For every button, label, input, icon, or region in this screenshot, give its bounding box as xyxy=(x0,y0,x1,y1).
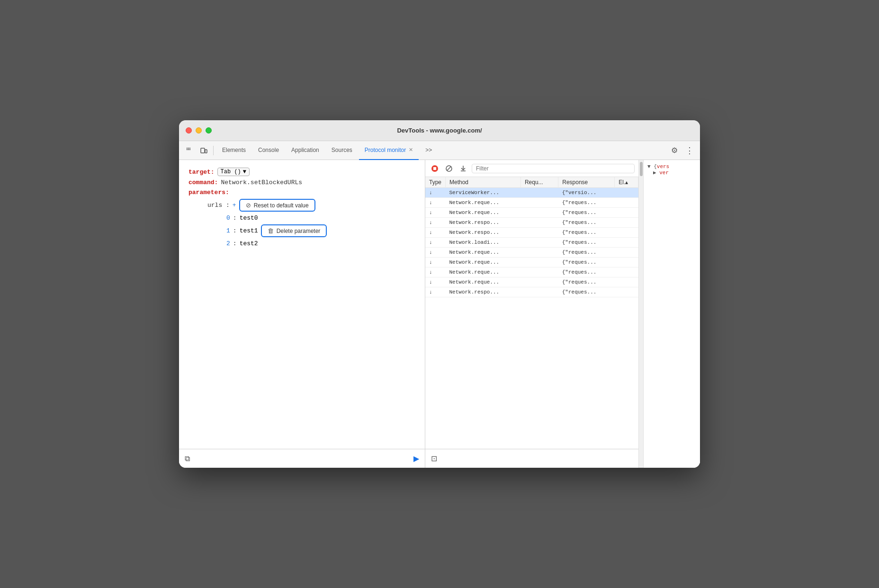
table-row[interactable]: ↓ Network.reque... {"reques... xyxy=(425,198,638,208)
table-row[interactable]: ↓ ServiceWorker... {"versio... xyxy=(425,188,638,198)
cell-type: ↓ xyxy=(425,218,446,228)
cell-el xyxy=(615,198,638,208)
cell-el xyxy=(615,277,638,287)
cell-type: ↓ xyxy=(425,277,446,287)
urls-key: urls : xyxy=(207,202,230,209)
svg-rect-3 xyxy=(188,149,189,150)
copy-panels-icon[interactable]: ⧉ xyxy=(185,454,190,463)
table-row[interactable]: ↓ Network.reque... {"reques... xyxy=(425,267,638,277)
cell-method: ServiceWorker... xyxy=(446,188,521,198)
select-cursor-icon[interactable] xyxy=(183,144,196,157)
cell-method: Network.loadi... xyxy=(446,238,521,248)
settings-icon[interactable]: ⚙ xyxy=(668,144,681,157)
cell-el xyxy=(615,188,638,198)
svg-rect-2 xyxy=(187,149,188,150)
cell-method: Network.reque... xyxy=(446,258,521,267)
sidebar-tree: ▼ {vers ▶ ver xyxy=(647,164,696,176)
reset-icon: ⊘ xyxy=(246,202,251,209)
close-button[interactable] xyxy=(186,127,192,134)
table-row[interactable]: ↓ Network.reque... {"reques... xyxy=(425,248,638,258)
cell-request xyxy=(520,228,558,238)
tab-protocol-monitor[interactable]: Protocol monitor ✕ xyxy=(359,141,419,160)
command-key: command: xyxy=(188,179,218,186)
command-line: command: Network.setBlockedURLs xyxy=(188,179,415,186)
table-body: ↓ ServiceWorker... {"versio... ↓ Network… xyxy=(425,188,638,297)
target-dropdown[interactable]: Tab () ▼ xyxy=(217,168,250,176)
target-line: target: Tab () ▼ xyxy=(188,168,415,176)
svg-rect-1 xyxy=(188,148,189,149)
reset-to-default-button[interactable]: ⊘ Reset to default value xyxy=(239,199,315,212)
protocol-area: Type Method Requ... Response El.▴ ↓ Serv… xyxy=(425,160,638,468)
cell-request xyxy=(520,198,558,208)
cell-request xyxy=(520,208,558,218)
item-2-value: test2 xyxy=(240,240,258,247)
clear-button[interactable] xyxy=(443,163,455,174)
table-row[interactable]: ↓ Network.reque... {"reques... xyxy=(425,277,638,287)
tab-console[interactable]: Console xyxy=(252,141,285,160)
cell-method: Network.reque... xyxy=(446,277,521,287)
table-row[interactable]: ↓ Network.respo... {"reques... xyxy=(425,287,638,297)
toggle-panel-icon[interactable]: ⊡ xyxy=(431,454,437,463)
item-2-separator: : xyxy=(233,240,237,247)
more-options-icon[interactable]: ⋮ xyxy=(683,144,696,157)
table-row[interactable]: ↓ Network.respo... {"reques... xyxy=(425,228,638,238)
tab-close-icon[interactable]: ✕ xyxy=(409,147,413,153)
scrollbar[interactable] xyxy=(638,160,643,468)
item-1-value: test1 xyxy=(240,227,258,234)
tree-line-2: ▶ ver xyxy=(647,169,696,176)
table-header-row: Type Method Requ... Response El.▴ xyxy=(425,177,638,188)
cell-type: ↓ xyxy=(425,287,446,297)
col-requ-header[interactable]: Requ... xyxy=(520,177,558,188)
item-1-line: 1 : test1 🗑 Delete parameter xyxy=(188,224,415,237)
cell-request xyxy=(520,287,558,297)
item-0-line: 0 : test0 xyxy=(188,214,415,222)
svg-rect-0 xyxy=(187,148,188,149)
table-row[interactable]: ↓ Network.reque... {"reques... xyxy=(425,258,638,267)
stop-recording-button[interactable] xyxy=(429,163,440,174)
send-icon[interactable]: ▶ xyxy=(413,454,419,463)
target-key: target: xyxy=(188,169,215,176)
cell-response: {"reques... xyxy=(558,287,615,297)
col-response-header[interactable]: Response xyxy=(558,177,615,188)
table-row[interactable]: ↓ Network.reque... {"reques... xyxy=(425,208,638,218)
minimize-button[interactable] xyxy=(196,127,202,134)
col-el-header[interactable]: El.▴ xyxy=(615,177,638,188)
filter-input[interactable] xyxy=(472,164,635,173)
cell-request xyxy=(520,188,558,198)
cell-response: {"reques... xyxy=(558,198,615,208)
svg-rect-9 xyxy=(433,167,436,170)
cell-type: ↓ xyxy=(425,258,446,267)
item-1-separator: : xyxy=(233,227,237,234)
col-type-header[interactable]: Type xyxy=(425,177,446,188)
item-2-index: 2 xyxy=(226,240,230,247)
scrollbar-thumb[interactable] xyxy=(640,162,643,176)
device-toggle-icon[interactable] xyxy=(197,144,210,157)
cell-el xyxy=(615,258,638,267)
tab-elements[interactable]: Elements xyxy=(216,141,251,160)
window-title: DevTools - www.google.com/ xyxy=(397,127,482,134)
table-row[interactable]: ↓ Network.loadi... {"reques... xyxy=(425,238,638,248)
tab-sources[interactable]: Sources xyxy=(326,141,358,160)
cell-el xyxy=(615,287,638,297)
cell-method: Network.reque... xyxy=(446,198,521,208)
cell-response: {"reques... xyxy=(558,218,615,228)
maximize-button[interactable] xyxy=(206,127,212,134)
download-button[interactable] xyxy=(457,163,469,174)
main-area: target: Tab () ▼ command: Network.setBlo… xyxy=(179,160,700,468)
cell-el xyxy=(615,208,638,218)
plus-label[interactable]: + xyxy=(233,202,236,209)
cell-request xyxy=(520,238,558,248)
table-row[interactable]: ↓ Network.respo... {"reques... xyxy=(425,218,638,228)
cell-response: {"reques... xyxy=(558,238,615,248)
delete-parameter-button[interactable]: 🗑 Delete parameter xyxy=(261,224,327,237)
cell-request xyxy=(520,258,558,267)
devtools-window: DevTools - www.google.com/ Elements Co xyxy=(179,120,700,468)
cell-type: ↓ xyxy=(425,248,446,258)
traffic-lights xyxy=(186,127,212,134)
col-method-header[interactable]: Method xyxy=(446,177,521,188)
cell-response: {"reques... xyxy=(558,258,615,267)
svg-rect-6 xyxy=(201,148,205,153)
tab-application[interactable]: Application xyxy=(286,141,325,160)
cell-method: Network.reque... xyxy=(446,208,521,218)
tab-more[interactable]: >> xyxy=(420,141,438,160)
